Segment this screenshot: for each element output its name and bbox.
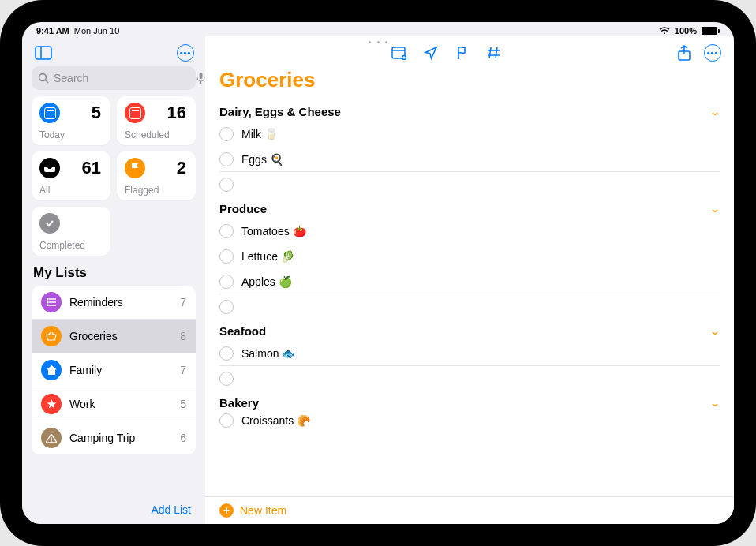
new-reminder-input[interactable] [241, 172, 720, 197]
reminder-apples[interactable]: Apples 🍏 [219, 269, 720, 294]
reminder-new-produce[interactable] [219, 294, 720, 320]
section-seafood-header[interactable]: Seafood ⌄ [219, 320, 720, 341]
more-main-button[interactable]: ••• [704, 44, 721, 62]
checkmark-icon [39, 213, 60, 234]
checkbox[interactable] [219, 224, 234, 238]
star-icon [41, 394, 62, 414]
tile-today-count: 5 [92, 103, 101, 123]
status-date: Mon Jun 10 [74, 26, 119, 36]
tile-all[interactable]: 61 All [32, 151, 110, 200]
reminder-salmon[interactable]: Salmon 🐟 [219, 341, 720, 366]
more-button[interactable]: ••• [177, 44, 194, 62]
svg-line-15 [489, 47, 491, 58]
share-button[interactable] [676, 44, 693, 62]
list-groceries[interactable]: Groceries 8 [32, 320, 196, 353]
list-work[interactable]: Work 5 [32, 387, 196, 421]
multitask-grabber-icon[interactable] [369, 41, 387, 44]
list-label: Camping Trip [69, 432, 172, 444]
svg-line-3 [45, 80, 48, 83]
reminder-label: Apples 🍏 [241, 275, 292, 288]
screen: 9:41 AM Mon Jun 10 100% [22, 22, 734, 524]
list-label: Groceries [69, 330, 172, 342]
search-field[interactable] [32, 66, 196, 90]
add-list-button[interactable]: Add List [22, 496, 205, 524]
section-produce-header[interactable]: Produce ⌄ [219, 197, 720, 219]
list-count: 7 [180, 296, 186, 309]
inbox-icon [39, 158, 60, 178]
list-count: 8 [180, 330, 186, 342]
list-family[interactable]: Family 7 [32, 353, 196, 387]
svg-rect-0 [36, 47, 51, 59]
search-icon [38, 73, 49, 84]
reminder-label: Milk 🥛 [241, 128, 278, 140]
tile-today-label: Today [39, 129, 103, 140]
plus-icon: + [219, 503, 234, 518]
reminder-label: Salmon 🐟 [241, 347, 295, 360]
section-dairy-header[interactable]: Dairy, Eggs & Cheese ⌄ [219, 100, 720, 122]
svg-point-10 [47, 301, 48, 303]
flag-button[interactable] [454, 44, 471, 62]
chevron-down-icon: ⌄ [709, 106, 720, 118]
list-count: 5 [180, 398, 186, 410]
toggle-sidebar-button[interactable] [33, 43, 54, 63]
section-bakery-header[interactable]: Bakery ⌄ [219, 391, 720, 413]
tile-flagged[interactable]: 2 Flagged [117, 151, 196, 200]
tile-today[interactable]: 5 Today [32, 96, 110, 145]
tag-button[interactable] [485, 44, 503, 62]
checkbox[interactable] [219, 152, 234, 166]
status-time: 9:41 AM [36, 26, 69, 36]
location-button[interactable] [422, 44, 440, 62]
list-count: 7 [180, 364, 186, 376]
svg-point-9 [47, 298, 48, 300]
section-seafood-title: Seafood [219, 324, 266, 338]
sidebar: ••• 5 [22, 36, 205, 524]
reminder-croissants[interactable]: Croissants 🥐 [219, 413, 720, 428]
new-item-button[interactable]: + New Item [205, 496, 734, 524]
checkbox[interactable] [219, 127, 234, 141]
details-calendar-button[interactable] [391, 44, 408, 62]
search-input[interactable] [54, 72, 192, 84]
mylists-header: My Lists [22, 256, 205, 286]
chevron-down-icon: ⌄ [709, 325, 720, 337]
page-title: Groceries [205, 65, 734, 100]
tent-icon [41, 428, 62, 448]
battery-icon [702, 27, 720, 35]
new-reminder-input[interactable] [241, 294, 720, 320]
checkbox[interactable] [219, 249, 234, 264]
checkbox[interactable] [219, 413, 234, 428]
section-dairy-title: Dairy, Eggs & Cheese [219, 105, 341, 118]
calendar-icon [125, 103, 145, 123]
app-body: ••• 5 [22, 36, 734, 524]
tile-flagged-count: 2 [177, 158, 186, 178]
list-camping[interactable]: Camping Trip 6 [32, 421, 196, 454]
reminder-lettuce[interactable]: Lettuce 🥬 [219, 244, 720, 269]
reminder-eggs[interactable]: Eggs 🍳 [219, 147, 720, 172]
reminder-tomatoes[interactable]: Tomatoes 🍅 [219, 219, 720, 244]
mylists: Reminders 7 Groceries 8 Family 7 [32, 286, 196, 454]
checkbox[interactable] [219, 372, 234, 386]
main-panel: ••• Groceries Dairy, Eggs & Cheese ⌄ Mil… [205, 36, 734, 524]
new-item-label: New Item [240, 504, 286, 517]
home-icon [41, 360, 62, 380]
reminder-new-seafood[interactable] [219, 366, 720, 391]
new-reminder-input[interactable] [241, 366, 720, 391]
checkbox[interactable] [219, 346, 234, 361]
tile-completed[interactable]: Completed [32, 207, 110, 256]
reminder-milk[interactable]: Milk 🥛 [219, 122, 720, 147]
list-reminders[interactable]: Reminders 7 [32, 286, 196, 320]
checkbox[interactable] [219, 178, 234, 192]
tile-scheduled-label: Scheduled [125, 129, 188, 140]
checkbox[interactable] [219, 275, 234, 289]
svg-point-11 [47, 305, 48, 306]
chevron-down-icon: ⌄ [709, 397, 720, 409]
tile-scheduled[interactable]: 16 Scheduled [117, 96, 196, 145]
dictate-icon[interactable] [196, 73, 205, 84]
calendar-icon [39, 103, 60, 123]
reminder-label: Lettuce 🥬 [241, 250, 294, 263]
list-label: Reminders [69, 296, 172, 309]
checkbox[interactable] [219, 300, 234, 314]
reminder-label: Tomatoes 🍅 [241, 225, 306, 237]
reminder-label: Croissants 🥐 [241, 414, 310, 427]
reminder-new-dairy[interactable] [219, 172, 720, 197]
ipad-frame: 9:41 AM Mon Jun 10 100% [0, 0, 756, 546]
